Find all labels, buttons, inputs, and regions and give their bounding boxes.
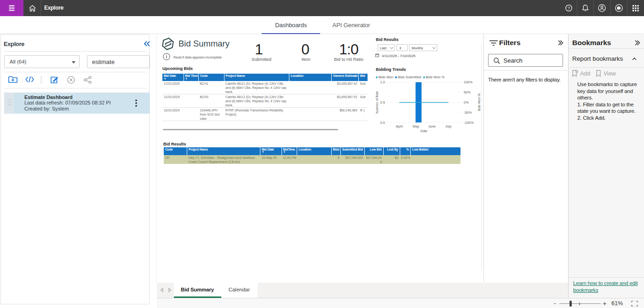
svg-text:Bids Won %: Bids Won % xyxy=(477,93,481,111)
svg-text:1.0: 1.0 xyxy=(380,80,385,84)
svg-text:0%: 0% xyxy=(464,100,469,105)
svg-text:May: May xyxy=(413,124,419,128)
svg-text:-50%: -50% xyxy=(464,110,472,115)
svg-text:Number of Bids: Number of Bids xyxy=(375,91,379,113)
svg-text:July: July xyxy=(445,124,452,128)
svg-text:Date: Date xyxy=(420,129,427,133)
svg-text:June: June xyxy=(428,124,436,128)
svg-text:?: ? xyxy=(568,6,570,11)
svg-text:100%: 100% xyxy=(464,80,473,84)
svg-text:0.0: 0.0 xyxy=(380,121,385,125)
svg-text:April: April xyxy=(396,124,402,128)
svg-text:0.5: 0.5 xyxy=(380,100,385,105)
svg-text:-100%: -100% xyxy=(464,121,474,125)
svg-text:50%: 50% xyxy=(464,90,471,94)
